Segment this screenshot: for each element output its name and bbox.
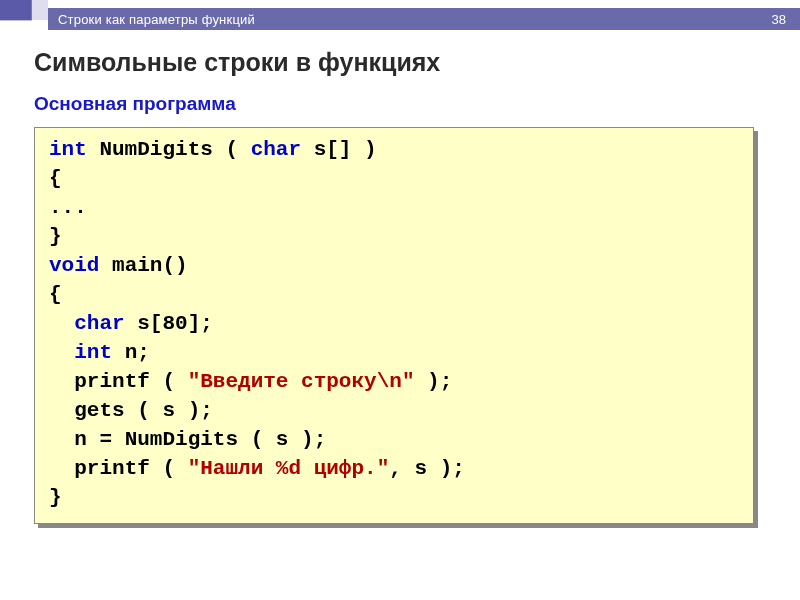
code-keyword: char: [251, 138, 301, 161]
header-decor-1: [0, 0, 32, 34]
code-text: }: [49, 486, 62, 509]
code-block: int NumDigits ( char s[] ) { ... } void …: [34, 127, 754, 524]
code-text: main(): [99, 254, 187, 277]
page-number: 38: [772, 12, 786, 27]
code-string: "Нашли %d цифр.": [188, 457, 390, 480]
code-text: printf (: [74, 370, 187, 393]
code-keyword: char: [74, 312, 124, 335]
code-text: n = NumDigits ( s );: [74, 428, 326, 451]
code-indent: [49, 370, 74, 393]
code-text: , s );: [389, 457, 465, 480]
code-text: n;: [112, 341, 150, 364]
code-text: }: [49, 225, 62, 248]
code-text: {: [49, 283, 62, 306]
code-string: "Введите строку\n": [188, 370, 415, 393]
code-keyword: int: [74, 341, 112, 364]
slide-title: Символьные строки в функциях: [34, 48, 800, 77]
code-indent: [49, 428, 74, 451]
code-text: s[80];: [125, 312, 213, 335]
header-strip: Строки как параметры функций 38: [48, 8, 800, 30]
code-indent: [49, 312, 74, 335]
code-keyword: int: [49, 138, 87, 161]
code-text: );: [414, 370, 452, 393]
section-title: Строки как параметры функций: [58, 12, 255, 27]
code-text: ...: [49, 196, 87, 219]
code-indent: [49, 457, 74, 480]
code-text: NumDigits (: [87, 138, 251, 161]
header-decor-2: [32, 0, 48, 34]
code-text: printf (: [74, 457, 187, 480]
code-text: {: [49, 167, 62, 190]
code-keyword: void: [49, 254, 99, 277]
code-text: s[] ): [301, 138, 377, 161]
code-indent: [49, 399, 74, 422]
code-text: gets ( s );: [74, 399, 213, 422]
slide-subtitle: Основная программа: [34, 93, 800, 115]
code-indent: [49, 341, 74, 364]
header-bar: Строки как параметры функций 38: [0, 0, 800, 34]
